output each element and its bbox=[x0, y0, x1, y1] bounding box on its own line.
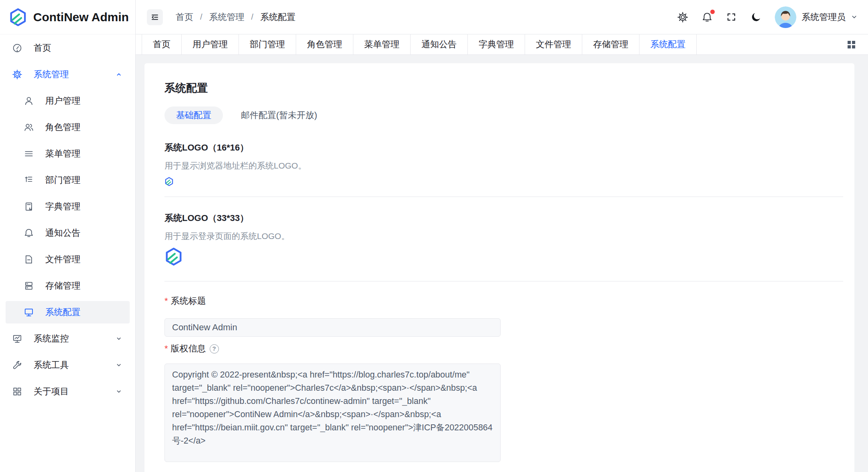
tab-list-button[interactable] bbox=[847, 40, 855, 48]
tab-storage-management[interactable]: 存储管理 bbox=[582, 34, 639, 54]
sidebar-item-file-management[interactable]: 文件管理 bbox=[6, 248, 130, 271]
tab-label: 字典管理 bbox=[479, 38, 514, 50]
section-divider bbox=[164, 281, 843, 281]
breadcrumb-item-system-management[interactable]: 系统管理 bbox=[209, 11, 245, 23]
required-asterisk: * bbox=[164, 343, 168, 355]
tab-label: 菜单管理 bbox=[364, 38, 399, 50]
breadcrumb: 首页 / 系统管理 / 系统配置 bbox=[176, 11, 295, 23]
system-config-card: 系统配置 基础配置 邮件配置(暂未开放) 系统LOGO（16*16） 用于显示浏… bbox=[144, 63, 854, 472]
logo16-section-desc: 用于显示浏览器地址栏的系统LOGO。 bbox=[164, 160, 843, 171]
sidebar-item-label: 字典管理 bbox=[45, 201, 80, 213]
sidebar-item-system-config[interactable]: 系统配置 bbox=[6, 301, 130, 323]
required-asterisk: * bbox=[164, 295, 168, 307]
sidebar-item-notice[interactable]: 通知公告 bbox=[6, 222, 130, 244]
chevron-down-icon bbox=[115, 388, 122, 395]
logo16-section-label: 系统LOGO（16*16） bbox=[164, 142, 843, 154]
brand[interactable]: ContiNew Admin bbox=[0, 0, 135, 34]
fullscreen-button[interactable] bbox=[726, 12, 737, 23]
sidebar-item-user-management[interactable]: 用户管理 bbox=[6, 90, 130, 112]
dashboard-icon bbox=[12, 43, 22, 53]
tab-label: 角色管理 bbox=[307, 38, 342, 50]
sidebar-item-menu-management[interactable]: 菜单管理 bbox=[6, 143, 130, 165]
sidebar-item-dept-management[interactable]: 部门管理 bbox=[6, 169, 130, 191]
brand-logo-icon bbox=[9, 8, 27, 27]
subtab-basic-config[interactable]: 基础配置 bbox=[164, 106, 223, 124]
sidebar-item-storage-management[interactable]: 存储管理 bbox=[6, 275, 130, 297]
menu-fold-icon bbox=[150, 12, 160, 22]
section-divider bbox=[164, 197, 843, 197]
breadcrumb-item-home[interactable]: 首页 bbox=[176, 11, 193, 23]
storage-server-icon bbox=[24, 281, 34, 291]
user-icon bbox=[24, 96, 34, 106]
monitor-chart-icon bbox=[12, 333, 22, 344]
login-logo-image[interactable] bbox=[164, 247, 183, 266]
sidebar-group-system-monitor[interactable]: 系统监控 bbox=[6, 327, 130, 350]
help-icon[interactable]: ? bbox=[210, 344, 219, 353]
grid-squares-icon bbox=[847, 40, 855, 48]
tabbar: 首页 用户管理 部门管理 角色管理 菜单管理 通知公告 字典管理 文件管理 存储… bbox=[136, 34, 868, 55]
chevron-down-icon bbox=[115, 362, 122, 369]
sidebar-nav: 首页 系统管理 用户管理 角色 bbox=[0, 34, 135, 407]
tab-label: 首页 bbox=[153, 38, 170, 50]
notifications-button[interactable] bbox=[702, 12, 713, 23]
fullscreen-icon bbox=[726, 12, 737, 22]
tab-dict-management[interactable]: 字典管理 bbox=[468, 34, 525, 54]
sidebar-group-system-tools[interactable]: 系统工具 bbox=[6, 354, 130, 376]
app-window: ContiNew Admin 首页 系统管理 bbox=[0, 0, 868, 472]
tab-dept-management[interactable]: 部门管理 bbox=[239, 34, 296, 54]
favicon-logo-image[interactable] bbox=[164, 177, 174, 186]
user-group-icon bbox=[24, 122, 34, 133]
topbar: 首页 / 系统管理 / 系统配置 bbox=[136, 0, 868, 34]
site-title-label: * 系统标题 bbox=[164, 295, 843, 307]
desktop-icon bbox=[24, 307, 34, 317]
tab-file-management[interactable]: 文件管理 bbox=[525, 34, 582, 54]
sidebar-collapse-button[interactable] bbox=[147, 9, 163, 25]
page-title: 系统配置 bbox=[164, 81, 843, 95]
user-name: 系统管理员 bbox=[802, 11, 846, 23]
tab-user-management[interactable]: 用户管理 bbox=[182, 34, 239, 54]
copyright-textarea[interactable]: Copyright © 2022-present&nbsp;<a href="h… bbox=[164, 364, 501, 462]
breadcrumb-separator: / bbox=[200, 12, 202, 22]
user-menu[interactable]: 系统管理员 bbox=[775, 6, 858, 28]
avatar bbox=[775, 6, 796, 28]
sidebar-item-dict-management[interactable]: 字典管理 bbox=[6, 195, 130, 218]
sidebar-item-role-management[interactable]: 角色管理 bbox=[6, 116, 130, 139]
sidebar-item-home[interactable]: 首页 bbox=[6, 37, 130, 59]
tab-label: 文件管理 bbox=[536, 38, 571, 50]
sidebar-item-label: 系统配置 bbox=[45, 306, 80, 318]
sidebar-item-label: 部门管理 bbox=[45, 174, 80, 186]
bell-icon bbox=[24, 228, 34, 238]
site-title-input[interactable] bbox=[164, 318, 501, 337]
chevron-up-icon bbox=[115, 71, 122, 78]
sidebar-group-label: 系统工具 bbox=[34, 359, 69, 371]
settings-button[interactable] bbox=[677, 12, 688, 23]
tab-label: 用户管理 bbox=[192, 38, 228, 50]
sidebar: ContiNew Admin 首页 系统管理 bbox=[0, 0, 136, 472]
apps-grid-icon bbox=[12, 386, 22, 397]
tab-notice[interactable]: 通知公告 bbox=[411, 34, 468, 54]
sidebar-group-system-management[interactable]: 系统管理 bbox=[6, 63, 130, 86]
wrench-icon bbox=[12, 360, 22, 370]
sidebar-group-label: 系统监控 bbox=[34, 333, 69, 345]
chevron-down-icon bbox=[851, 14, 858, 20]
copyright-label: * 版权信息 ? bbox=[164, 343, 843, 355]
tab-home[interactable]: 首页 bbox=[142, 34, 182, 54]
subtab-mail-config[interactable]: 邮件配置(暂未开放) bbox=[229, 106, 329, 124]
dark-mode-button[interactable] bbox=[750, 12, 762, 23]
sidebar-group-about[interactable]: 关于项目 bbox=[6, 380, 130, 403]
sidebar-item-label: 角色管理 bbox=[45, 121, 80, 133]
breadcrumb-item-system-config: 系统配置 bbox=[260, 11, 295, 23]
breadcrumb-separator: / bbox=[251, 12, 254, 22]
sidebar-group-label: 关于项目 bbox=[34, 386, 69, 398]
sidebar-item-label: 存储管理 bbox=[45, 280, 80, 292]
tab-label: 通知公告 bbox=[421, 38, 457, 50]
field-label-text: 系统标题 bbox=[171, 295, 206, 307]
sidebar-item-label: 菜单管理 bbox=[45, 148, 80, 160]
chevron-down-icon bbox=[115, 335, 122, 342]
brand-title: ContiNew Admin bbox=[33, 10, 129, 24]
tab-role-management[interactable]: 角色管理 bbox=[296, 34, 353, 54]
moon-icon bbox=[750, 12, 762, 23]
tab-system-config[interactable]: 系统配置 bbox=[639, 34, 697, 54]
logo33-section-desc: 用于显示登录页面的系统LOGO。 bbox=[164, 231, 843, 242]
tab-menu-management[interactable]: 菜单管理 bbox=[353, 34, 411, 54]
